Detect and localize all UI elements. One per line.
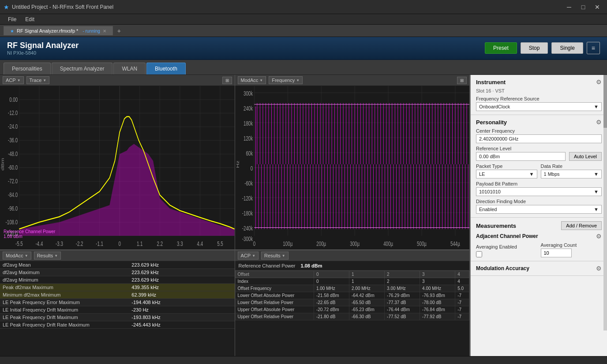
right-panel-scrollbar[interactable] [603, 75, 607, 331]
single-button[interactable]: Single [551, 42, 583, 54]
personality-gear-icon[interactable]: ⚙ [596, 119, 602, 126]
adj-channel-gear-icon[interactable]: ⚙ [596, 233, 602, 240]
ref-level-label: Reference Level [476, 146, 602, 151]
svg-text:240k: 240k [243, 105, 253, 112]
status-bar [0, 356, 607, 364]
payload-dropdown[interactable]: 10101010 ▼ [476, 187, 602, 196]
tab-icon: ★ [10, 29, 14, 33]
instrument-gear-icon[interactable]: ⚙ [596, 78, 602, 85]
header-title: RF Signal Analyzer [7, 41, 485, 50]
personality-header: Personality ⚙ [476, 119, 602, 126]
row-label: Lower Offset Relative Power [235, 299, 314, 306]
row-value: 62.399 kHz [129, 291, 234, 299]
svg-text:180k: 180k [243, 120, 253, 127]
acp-results-dropdown[interactable]: ACP ▼ [238, 252, 259, 260]
add-remove-button[interactable]: Add / Remove [561, 221, 602, 230]
acp-results-toolbar: ACP ▼ Results ▼ [235, 250, 470, 261]
svg-text:-1.1: -1.1 [96, 241, 103, 248]
ref-level-input[interactable] [476, 152, 566, 161]
menu-icon-button[interactable]: ≡ [587, 42, 600, 54]
averaging-enabled-checkbox[interactable] [476, 251, 482, 257]
table-row: LE Peak Frequency Drift Maximum-193.803 … [0, 314, 235, 321]
chevron-down-icon: ▼ [17, 78, 21, 82]
preset-button[interactable]: Preset [485, 42, 517, 54]
row-value: 223.629 kHz [129, 269, 234, 276]
minimize-button[interactable]: ─ [563, 2, 575, 12]
modacc-svg: 300k 240k 180k 120k 60k 0 -60k -120k -18… [235, 86, 470, 249]
modacc-dropdown[interactable]: ModAcc ▼ [238, 76, 266, 84]
trace-dropdown[interactable]: Trace ▼ [26, 76, 50, 84]
close-button[interactable]: ✕ [591, 2, 603, 12]
averaging-enabled-label: Averaging Enabled [476, 244, 537, 249]
table-row: Lower Offset Absolute Power-21.58 dBm-64… [235, 292, 469, 299]
personality-bar: Personalities Spectrum Analyzer WLAN Blu… [0, 60, 607, 75]
data-rate-col: Data Rate 1 Mbps ▼ [541, 161, 602, 178]
cell: 2.00 MHz [349, 285, 385, 292]
svg-text:1.1: 1.1 [137, 241, 143, 248]
tab-rfmx[interactable]: ★ RF Signal Analyzer.rfmxsfp * - running… [4, 26, 113, 35]
cell: -77.92 dB [420, 313, 455, 320]
cell: -78.00 dB [420, 299, 455, 306]
table-row: Upper Offset Absolute Power-20.72 dBm-65… [235, 306, 469, 313]
results-dropdown-1[interactable]: Results ▼ [34, 252, 61, 260]
tab-close-icon[interactable]: ✕ [103, 29, 106, 33]
row-label: LE Initial Frequency Drift Maximum [0, 306, 129, 314]
ptab-bluetooth[interactable]: Bluetooth [146, 63, 186, 74]
frequency-dropdown[interactable]: Frequency ▼ [269, 76, 303, 84]
modulation-row: Modulation Accuracy ⚙ [476, 265, 602, 272]
table-row: Lower Offset Relative Power-22.65 dB-65.… [235, 299, 469, 306]
maximize-button[interactable]: □ [577, 2, 589, 12]
plot-settings-icon[interactable]: ⊞ [222, 77, 232, 84]
scrollbar-thumb[interactable] [603, 75, 607, 128]
menu-edit[interactable]: Edit [21, 15, 39, 23]
tab-label: RF Signal Analyzer.rfmxsfp * [17, 28, 78, 33]
col-header: 0 [314, 271, 349, 278]
auto-level-button[interactable]: Auto Level [569, 152, 602, 161]
chevron-down-icon: ▼ [54, 254, 58, 258]
slot-label: Slot 16 · VST [476, 88, 602, 93]
svg-text:-24.0: -24.0 [8, 123, 18, 130]
packet-type-dropdown[interactable]: LE ▼ [476, 170, 537, 178]
row-label: df2avg Minimum [0, 276, 129, 284]
tab-bar: ★ RF Signal Analyzer.rfmxsfp * - running… [0, 25, 607, 37]
tab-add-button[interactable]: + [113, 26, 125, 36]
row-value: 223.629 kHz [129, 276, 234, 284]
averaging-count-input[interactable] [541, 249, 572, 257]
center-freq-input[interactable] [476, 134, 602, 143]
stop-button[interactable]: Stop [521, 42, 548, 54]
chevron-down-icon: ▼ [594, 171, 599, 177]
data-rate-label: Data Rate [541, 163, 602, 169]
acp-dropdown[interactable]: ACP ▼ [3, 76, 24, 84]
modacc-results-dropdown[interactable]: ModAcc ▼ [3, 252, 31, 260]
modacc-results-table-wrap: df2avg Mean223.629 kHzdf2avg Maximum223.… [0, 261, 235, 356]
svg-text:0: 0 [118, 241, 121, 248]
ptab-personalities[interactable]: Personalities [4, 63, 51, 74]
modulation-gear-icon[interactable]: ⚙ [596, 265, 602, 272]
ptab-wlan[interactable]: WLAN [113, 63, 146, 74]
acp-trace-toolbar: ACP ▼ Trace ▼ ⊞ [0, 75, 235, 86]
direction-dropdown[interactable]: Enabled ▼ [476, 205, 602, 214]
col-header: 1 [349, 271, 385, 278]
cell: -65.23 dBm [349, 306, 385, 313]
menu-file[interactable]: File [4, 15, 21, 23]
cell: 5.0 [455, 285, 469, 292]
plot-settings-icon-2[interactable]: ⊞ [457, 77, 467, 84]
averaging-checkbox-row [476, 251, 537, 257]
chevron-down-icon: ▼ [594, 207, 599, 212]
svg-text:-5.5: -5.5 [15, 241, 23, 248]
chevron-down-icon: ▼ [594, 104, 599, 109]
svg-text:-2.2: -2.2 [76, 241, 83, 248]
acp-trace-plot: ACP ▼ Trace ▼ ⊞ [0, 75, 235, 249]
chevron-down-icon: ▼ [529, 171, 534, 177]
col-header: 4 [455, 271, 469, 278]
acp-results-table-wrap: Offset01234 Index01234Offset Frequency1.… [235, 271, 470, 356]
app-icon: ★ [4, 4, 9, 11]
svg-text:200µ: 200µ [316, 241, 326, 248]
ptab-spectrum[interactable]: Spectrum Analyzer [52, 63, 113, 74]
freq-ref-dropdown[interactable]: OnboardClock ▼ [476, 102, 602, 111]
main-layout: ACP ▼ Trace ▼ ⊞ [0, 75, 607, 356]
svg-text:4.4: 4.4 [197, 241, 203, 248]
data-rate-dropdown[interactable]: 1 Mbps ▼ [541, 170, 602, 178]
results-dropdown-2[interactable]: Results ▼ [261, 252, 289, 260]
packet-type-col: Packet Type LE ▼ [476, 161, 537, 178]
